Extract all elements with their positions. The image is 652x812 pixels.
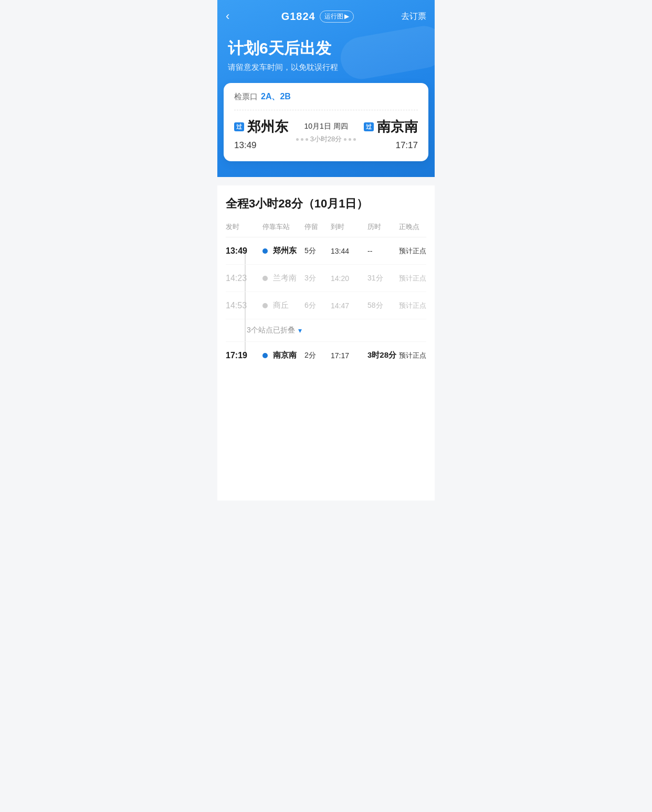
ticket-card: 检票口 2A、2B 过 郑州东 13:49 10月1日 周四 3小时28分	[224, 83, 428, 161]
top-bar: ‹ G1824 运行图 ▶ 去订票	[217, 0, 435, 29]
dot-stop-3	[262, 303, 268, 308]
gate-row: 检票口 2A、2B	[234, 91, 418, 110]
to-guo-badge: 过	[364, 122, 374, 131]
table-header: 发时 停靠车站 停留 到时 历时 正晚点	[226, 222, 426, 237]
dot-5	[349, 138, 351, 141]
middle-info: 10月1日 周四 3小时28分	[288, 122, 364, 144]
dot-stop-1	[262, 248, 268, 254]
last-stop-depart: 17:19	[226, 351, 262, 360]
th-station: 停靠车站	[262, 222, 304, 232]
train-number: G1824	[281, 11, 316, 23]
section-title: 全程3小时28分（10月1日）	[226, 196, 426, 212]
table-row: 13:49 郑州东 5分 13:44 -- 预计正点	[226, 237, 426, 264]
table-row: 14:53 商丘 6分 14:47 58分 预计正点	[226, 292, 426, 319]
stop-2-depart: 14:23	[226, 274, 262, 283]
from-station-name-row: 过 郑州东	[234, 118, 288, 136]
stop-2-elapsed: 31分	[367, 274, 399, 283]
gate-value: 2A、2B	[261, 91, 291, 102]
gate-label: 检票口	[234, 92, 258, 102]
from-station-time: 13:49	[234, 140, 288, 151]
stop-1-status: 预计正点	[399, 246, 435, 256]
stops-container: 13:49 郑州东 5分 13:44 -- 预计正点 14:23 兰考南 3分 …	[226, 237, 426, 369]
to-station-time: 17:17	[395, 140, 418, 151]
last-stop-duration: 2分	[304, 351, 331, 360]
th-status: 正晚点	[399, 222, 435, 232]
from-station-name: 郑州东	[247, 118, 288, 136]
route-map-badge[interactable]: 运行图 ▶	[320, 11, 354, 23]
last-stop-elapsed: 3时28分	[367, 350, 399, 360]
to-station-name: 南京南	[377, 118, 418, 136]
header-background: ‹ G1824 运行图 ▶ 去订票 计划6天后出发 请留意发车时间，以免耽误行程…	[217, 0, 435, 177]
stop-1-station: 郑州东	[262, 246, 304, 256]
plan-subtitle: 请留意发车时间，以免耽误行程	[228, 63, 424, 72]
book-button[interactable]: 去订票	[401, 11, 426, 22]
stop-3-depart: 14:53	[226, 301, 262, 310]
stop-2-arrive: 14:20	[331, 274, 367, 283]
th-depart: 发时	[226, 222, 262, 232]
stop-2-duration: 3分	[304, 274, 331, 283]
to-station-block: 过 南京南 17:17	[364, 118, 418, 151]
stop-3-elapsed: 58分	[367, 301, 399, 310]
collapsed-text: 3个站点已折叠	[247, 326, 295, 335]
dot-6	[353, 138, 356, 141]
dot-stop-2	[262, 276, 268, 281]
back-button[interactable]: ‹	[226, 7, 234, 25]
to-station-name-row: 过 南京南	[364, 118, 418, 136]
stop-1-depart: 13:49	[226, 246, 262, 256]
last-stop-station: 南京南	[262, 350, 304, 360]
collapsed-row[interactable]: 3个站点已折叠 ▾	[226, 319, 426, 341]
from-guo-badge: 过	[234, 122, 244, 131]
stop-3-status: 预计正点	[399, 301, 435, 310]
route-map-icon: ▶	[344, 13, 349, 20]
th-arrive: 到时	[331, 222, 367, 232]
dot-1	[296, 138, 299, 141]
route-row: 过 郑州东 13:49 10月1日 周四 3小时28分	[234, 118, 418, 151]
duration-row: 3小时28分	[292, 134, 360, 144]
stop-3-arrive: 14:47	[331, 301, 367, 310]
stop-2-station: 兰考南	[262, 273, 304, 283]
th-stop: 停留	[304, 222, 331, 232]
th-elapsed: 历时	[367, 222, 399, 232]
plan-title: 计划6天后出发	[228, 38, 424, 59]
table-row: 17:19 南京南 2分 17:17 3时28分 预计正点	[226, 341, 426, 369]
table-row: 14:23 兰考南 3分 14:20 31分 预计正点	[226, 264, 426, 292]
main-content: 全程3小时28分（10月1日） 发时 停靠车站 停留 到时 历时 正晚点 13:…	[217, 185, 435, 501]
stop-3-station: 商丘	[262, 300, 304, 310]
stop-1-duration: 5分	[304, 246, 331, 256]
route-map-label: 运行图	[324, 12, 343, 21]
dot-2	[301, 138, 303, 141]
duration-text: 3小时28分	[310, 134, 342, 144]
dot-3	[306, 138, 308, 141]
last-stop-arrive: 17:17	[331, 351, 367, 360]
chevron-down-icon[interactable]: ▾	[298, 326, 302, 335]
stop-1-arrive: 13:44	[331, 247, 367, 255]
date-info: 10月1日 周四	[304, 122, 348, 131]
from-station-block: 过 郑州东 13:49	[234, 118, 288, 151]
dot-last-stop	[262, 353, 268, 358]
dot-4	[344, 138, 346, 141]
stop-1-elapsed: --	[367, 247, 399, 255]
last-stop-status: 预计正点	[399, 351, 435, 360]
stop-3-duration: 6分	[304, 301, 331, 310]
train-title: G1824 运行图 ▶	[281, 11, 354, 23]
stop-2-status: 预计正点	[399, 274, 435, 283]
plan-section: 计划6天后出发 请留意发车时间，以免耽误行程	[217, 29, 435, 83]
